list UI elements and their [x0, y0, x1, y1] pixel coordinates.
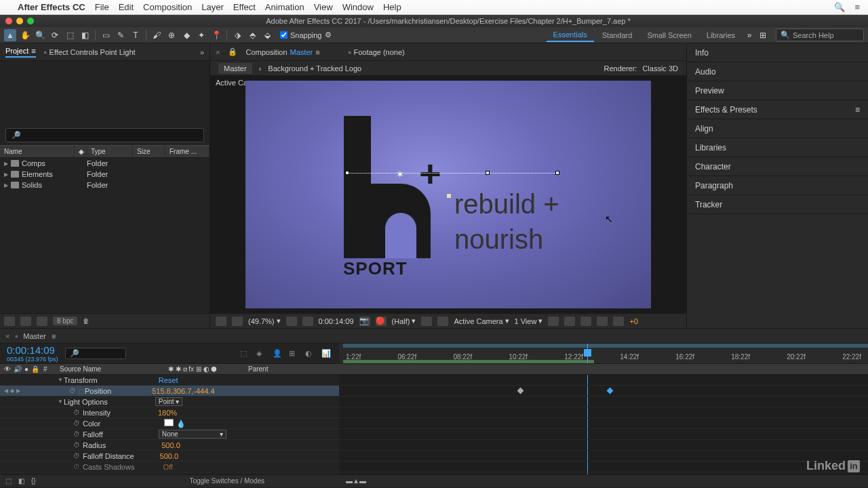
position-property[interactable]: ◀◆▶ ⏱ ⬚ Position 515.8,306.7,-444.4: [0, 386, 339, 396]
col-type[interactable]: Type: [87, 146, 133, 157]
timeline-timecode[interactable]: 0:00:14:09: [7, 344, 58, 356]
color-property[interactable]: ⏱ Color 💧: [0, 418, 339, 429]
twirl-icon[interactable]: ▼: [57, 377, 64, 383]
rectangle-tool-icon[interactable]: ▭: [100, 29, 112, 41]
falloff-dropdown[interactable]: None▾: [159, 430, 226, 439]
grid-icon[interactable]: [564, 317, 575, 326]
reset-link[interactable]: Reset: [159, 376, 178, 384]
3d-view-icon[interactable]: [437, 317, 448, 326]
gizmo-handle[interactable]: [486, 171, 490, 175]
eyedropper-icon[interactable]: 💧: [176, 420, 186, 428]
col-name[interactable]: Name: [0, 146, 75, 157]
camera-dropdown[interactable]: Active Camera ▾: [454, 317, 509, 325]
motion-blur-icon[interactable]: ◐: [305, 349, 316, 359]
radius-property[interactable]: ⏱ Radius 500.0: [0, 440, 339, 451]
menu-file[interactable]: File: [95, 2, 109, 12]
mask-icon[interactable]: [597, 317, 608, 326]
col-frame[interactable]: Frame ...: [165, 146, 210, 157]
transform-group[interactable]: ▼ Transform Reset: [0, 375, 339, 386]
spotlight-icon[interactable]: 🔍: [834, 2, 845, 12]
falloff-distance-value[interactable]: 500.0: [160, 452, 179, 460]
breadcrumb-master[interactable]: Master: [218, 63, 252, 74]
bpc-toggle[interactable]: 8 bpc: [53, 317, 77, 325]
col-source[interactable]: Source Name: [60, 365, 168, 373]
next-key-icon[interactable]: ▶: [16, 388, 20, 394]
panel-menu-icon[interactable]: ≡: [315, 48, 319, 56]
local-axis-icon[interactable]: ⬗: [231, 29, 243, 41]
position-value[interactable]: 515.8,306.7,-444.4: [152, 387, 214, 395]
viewer-timecode[interactable]: 0:00:14:09: [319, 317, 354, 325]
close-window-icon[interactable]: [5, 18, 12, 24]
intensity-property[interactable]: ⏱ Intensity 180%: [0, 407, 339, 418]
frame-blend-icon[interactable]: ⊞: [289, 349, 300, 359]
menu-extras-icon[interactable]: ≡: [854, 2, 860, 12]
falloff-distance-property[interactable]: ⏱ Falloff Distance 500.0: [0, 451, 339, 462]
casts-shadows-property[interactable]: ⏱ Casts Shadows Off: [0, 462, 339, 472]
snapping-options-icon[interactable]: ⚙: [325, 30, 332, 39]
panel-overflow-icon[interactable]: »: [200, 48, 204, 56]
menu-help[interactable]: Help: [383, 2, 401, 12]
trash-icon[interactable]: 🗑: [83, 317, 90, 325]
prev-key-icon[interactable]: ◀: [4, 388, 8, 394]
menu-composition[interactable]: Composition: [143, 2, 192, 12]
workspace-overflow-icon[interactable]: »: [743, 29, 755, 41]
falloff-property[interactable]: ⏱ Falloff None▾: [0, 429, 339, 440]
casts-shadows-value[interactable]: Off: [163, 463, 172, 471]
toggle-switches-button[interactable]: Toggle Switches / Modes: [189, 477, 264, 485]
menu-effect[interactable]: Effect: [233, 2, 256, 12]
keyframe-icon[interactable]: [607, 388, 614, 394]
pan-behind-tool-icon[interactable]: ◧: [79, 29, 91, 41]
panel-effects-presets[interactable]: Effects & Presets≡: [687, 100, 868, 119]
project-item[interactable]: ▶ Comps Folder: [0, 158, 210, 169]
gizmo-handle[interactable]: [345, 171, 349, 175]
timeline-tracks[interactable]: [339, 375, 868, 474]
composition-tab[interactable]: Composition Master ≡: [245, 48, 319, 56]
workspace-reset-icon[interactable]: ⊞: [757, 29, 769, 41]
roi-icon[interactable]: [302, 317, 313, 326]
project-item[interactable]: ▶ Solids Folder: [0, 180, 210, 190]
view-layout-dropdown[interactable]: 1 View ▾: [515, 317, 543, 325]
clone-tool-icon[interactable]: ⊕: [165, 29, 178, 41]
maximize-window-icon[interactable]: [27, 18, 34, 24]
stopwatch-icon[interactable]: ⏱: [73, 441, 80, 449]
resolution-dropdown[interactable]: (Half) ▾: [392, 317, 416, 325]
timeline-search-input[interactable]: 🔎: [65, 348, 126, 359]
close-tab-icon[interactable]: ×: [216, 48, 220, 56]
twirl-icon[interactable]: ▶: [4, 161, 11, 167]
project-search-input[interactable]: 🔎: [5, 128, 204, 142]
zoom-dropdown[interactable]: (49.7%) ▾: [248, 317, 281, 325]
work-area-bar[interactable]: [343, 344, 868, 348]
panel-menu-icon[interactable]: ≡: [52, 332, 56, 340]
draft-3d-icon[interactable]: ◈: [256, 349, 267, 359]
close-tab-icon[interactable]: ×: [5, 332, 9, 340]
comp-canvas[interactable]: + SPORT rebuild + nourish ✶ ↖: [245, 81, 651, 308]
panel-align[interactable]: Align: [687, 119, 868, 138]
guides-icon[interactable]: [580, 317, 591, 326]
transparency-icon[interactable]: [232, 317, 243, 326]
menu-animation[interactable]: Animation: [265, 2, 304, 12]
eraser-tool-icon[interactable]: ◆: [180, 29, 193, 41]
footage-tab[interactable]: ▫ Footage (none): [349, 48, 405, 56]
snapshot-icon[interactable]: 📷: [359, 317, 370, 326]
exposure-value[interactable]: +0: [629, 317, 638, 325]
graph-editor-icon[interactable]: 📊: [321, 349, 332, 359]
hand-tool-icon[interactable]: ✋: [19, 29, 31, 41]
render-queue-icon[interactable]: ⬚: [5, 477, 12, 485]
minimize-window-icon[interactable]: [16, 18, 23, 24]
panel-tracker[interactable]: Tracker: [687, 195, 868, 214]
menu-view[interactable]: View: [314, 2, 333, 12]
project-tab[interactable]: Project ≡: [5, 47, 36, 58]
type-tool-icon[interactable]: T: [130, 29, 142, 41]
panel-audio[interactable]: Audio: [687, 62, 868, 81]
panel-menu-icon[interactable]: ≡: [31, 47, 35, 55]
radius-value[interactable]: 500.0: [161, 441, 180, 449]
twirl-icon[interactable]: ▶: [4, 171, 11, 178]
col-tag[interactable]: ◆: [75, 146, 87, 157]
stopwatch-icon[interactable]: ⏱: [73, 430, 80, 438]
gizmo-handle[interactable]: [555, 171, 559, 175]
twirl-icon[interactable]: ▶: [4, 182, 11, 188]
puppet-tool-icon[interactable]: 📍: [210, 29, 222, 41]
roto-tool-icon[interactable]: ✦: [195, 29, 208, 41]
rotation-tool-icon[interactable]: ⟳: [49, 29, 61, 41]
zoom-tool-icon[interactable]: 🔍: [34, 29, 46, 41]
